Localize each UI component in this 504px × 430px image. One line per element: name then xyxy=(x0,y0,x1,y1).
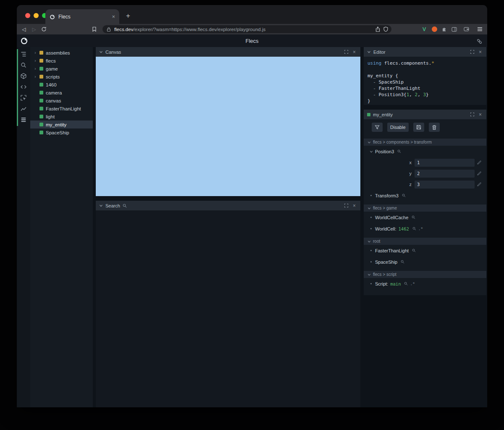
queues-rows-icon[interactable] xyxy=(20,116,27,123)
component-section-header[interactable]: flecs > game xyxy=(364,205,486,212)
expand-icon[interactable] xyxy=(344,203,349,208)
expander-icon[interactable]: › xyxy=(34,66,38,71)
chevron-down-icon[interactable] xyxy=(99,204,103,207)
entity-kind-icon xyxy=(39,107,43,110)
component-row-WorldCell[interactable]: WorldCell:1462.* xyxy=(364,223,486,234)
extension-vue-icon[interactable]: V xyxy=(421,26,428,33)
stats-chart-icon[interactable] xyxy=(20,105,27,112)
component-section-header[interactable]: root xyxy=(364,238,486,245)
editor-panel-header[interactable]: Editor × xyxy=(364,47,486,57)
disable-button[interactable]: Disable xyxy=(387,123,409,132)
chevron-down-icon[interactable] xyxy=(367,240,371,243)
new-tab-button[interactable]: + xyxy=(123,10,134,21)
chevron-down-icon[interactable] xyxy=(367,207,371,210)
tree-item-canvas[interactable]: canvas xyxy=(30,97,93,105)
close-window-button[interactable] xyxy=(25,13,30,18)
tree-item-game[interactable]: ›game xyxy=(30,65,93,73)
component-row-FasterThanLight[interactable]: FasterThanLight xyxy=(364,245,486,256)
url-text: flecs.dev/explorer/?wasm=https://www.fle… xyxy=(114,27,372,32)
edit-icon[interactable] xyxy=(477,171,481,176)
search-panel-icon[interactable] xyxy=(20,62,27,68)
delete-button[interactable] xyxy=(429,123,440,132)
tree-item-my_entity[interactable]: my_entity xyxy=(30,121,93,128)
save-button[interactable] xyxy=(413,123,424,132)
component-row-WorldCellCache[interactable]: WorldCellCache xyxy=(364,212,486,223)
entities-cube-icon[interactable] xyxy=(20,73,27,79)
tree-item-SpaceShip[interactable]: SpaceShip xyxy=(30,128,93,136)
search-icon[interactable] xyxy=(412,227,416,231)
expander-icon[interactable]: › xyxy=(34,74,38,79)
extensions-puzzle-icon[interactable] xyxy=(441,26,447,33)
component-section-header[interactable]: flecs > script xyxy=(364,271,486,278)
collapsed-marker-icon[interactable] xyxy=(369,228,373,229)
collapsed-marker-icon[interactable] xyxy=(369,250,373,251)
canvas-panel-header[interactable]: Canvas × xyxy=(96,47,360,57)
tree-item-light[interactable]: light xyxy=(30,113,93,121)
address-bar[interactable]: flecs.dev/explorer/?wasm=https://www.fle… xyxy=(102,25,391,33)
search-icon[interactable] xyxy=(397,149,401,153)
field-input-x[interactable]: 1 xyxy=(415,159,475,167)
search-icon[interactable] xyxy=(412,249,416,252)
close-icon[interactable]: × xyxy=(352,203,357,208)
code-editor-icon[interactable] xyxy=(20,84,27,90)
inspector-panel-header[interactable]: my_entity × xyxy=(364,110,486,119)
component-row-Script[interactable]: Script:main.* xyxy=(364,278,486,289)
minimize-window-button[interactable] xyxy=(34,13,39,18)
chevron-down-icon[interactable] xyxy=(99,50,103,54)
collapsed-marker-icon[interactable] xyxy=(369,283,373,284)
side-panel-icon[interactable] xyxy=(451,26,457,33)
chevron-down-icon[interactable] xyxy=(367,50,371,54)
flecs-logo-icon[interactable] xyxy=(20,37,28,45)
bookmark-icon[interactable] xyxy=(91,26,97,33)
forward-icon[interactable]: ▷ xyxy=(31,26,37,33)
edit-icon[interactable] xyxy=(477,182,481,186)
browser-tab[interactable]: Flecs × xyxy=(45,9,119,24)
shield-icon[interactable] xyxy=(383,26,388,32)
editor-code[interactable]: using flecs.components.* my_entity { - S… xyxy=(364,57,486,105)
close-icon[interactable]: × xyxy=(352,49,357,55)
collapsed-marker-icon[interactable] xyxy=(369,261,373,262)
field-input-y[interactable]: 2 xyxy=(415,170,475,178)
chevron-down-icon[interactable] xyxy=(367,141,371,144)
tree-item-scripts[interactable]: ›scripts xyxy=(30,73,93,81)
tree-item-assemblies[interactable]: ›assemblies xyxy=(30,49,93,57)
component-section-header[interactable]: flecs > components > transform xyxy=(364,139,486,146)
tree-panel-icon[interactable] xyxy=(20,51,27,58)
search-icon[interactable] xyxy=(404,282,408,286)
tab-close-icon[interactable]: × xyxy=(112,13,115,20)
expander-icon[interactable]: › xyxy=(34,50,38,55)
collapsed-marker-icon[interactable] xyxy=(369,195,373,196)
chevron-down-icon[interactable] xyxy=(367,273,371,276)
filter-button[interactable] xyxy=(372,123,383,132)
tree-item-flecs[interactable]: ›flecs xyxy=(30,57,93,65)
edit-icon[interactable] xyxy=(477,160,481,165)
search-icon[interactable] xyxy=(412,215,415,219)
close-icon[interactable]: × xyxy=(478,112,483,117)
collapsed-marker-icon[interactable] xyxy=(369,217,373,218)
share-icon[interactable] xyxy=(375,26,380,32)
field-input-z[interactable]: 3 xyxy=(415,181,475,189)
reload-icon[interactable] xyxy=(40,26,47,33)
canvas-viewport[interactable] xyxy=(96,57,360,196)
component-row-Position3[interactable]: Position3 xyxy=(364,146,486,157)
expander-icon[interactable]: › xyxy=(34,58,38,63)
wallet-icon[interactable] xyxy=(463,26,470,33)
extension-orange-icon[interactable] xyxy=(431,26,438,33)
share-link-icon[interactable] xyxy=(477,38,482,44)
expand-icon[interactable] xyxy=(470,112,475,117)
back-icon[interactable]: ◁ xyxy=(21,26,27,33)
search-icon[interactable] xyxy=(402,194,406,197)
tree-item-FasterThanLight[interactable]: FasterThanLight xyxy=(30,105,93,113)
chevron-down-icon[interactable] xyxy=(369,150,373,153)
search-panel-header[interactable]: Search × xyxy=(96,201,360,210)
tree-item-camera[interactable]: camera xyxy=(30,89,93,97)
menu-icon[interactable] xyxy=(476,26,483,33)
close-icon[interactable]: × xyxy=(478,49,483,55)
inspect-cursor-icon[interactable] xyxy=(20,94,27,101)
search-icon[interactable] xyxy=(401,260,404,264)
expand-icon[interactable] xyxy=(470,49,475,55)
expand-icon[interactable] xyxy=(344,49,349,55)
component-row-Transform3[interactable]: Transform3 xyxy=(364,190,486,201)
tree-item-1460[interactable]: 1460 xyxy=(30,81,93,89)
component-row-SpaceShip[interactable]: SpaceShip xyxy=(364,256,486,267)
